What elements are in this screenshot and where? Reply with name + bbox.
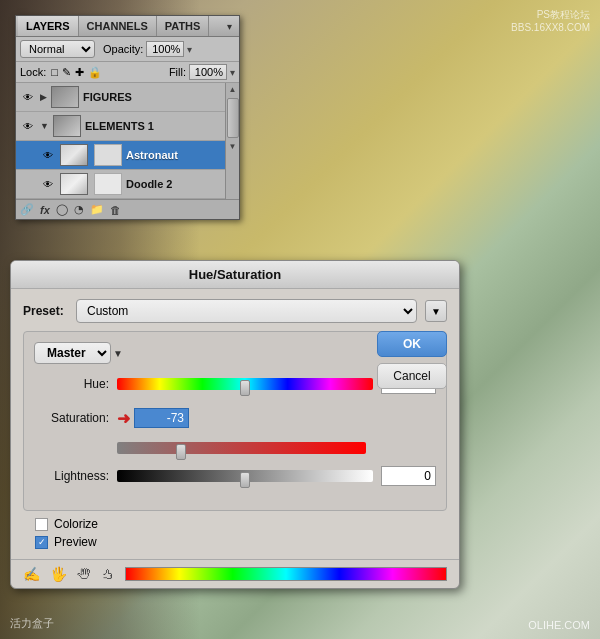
layer-row-doodle2[interactable]: 👁 Doodle 2 <box>16 170 239 199</box>
layer-name-doodle2: Doodle 2 <box>126 178 172 190</box>
saturation-value-input[interactable] <box>134 408 189 428</box>
mask-icon[interactable]: ◯ <box>56 203 68 216</box>
fill-arrow[interactable]: ▾ <box>230 67 235 78</box>
colorize-row: Colorize <box>35 517 447 531</box>
colorize-label: Colorize <box>54 517 98 531</box>
dialog-main-content: Preset: Custom ▼ Master ▼ Hue: <box>11 289 459 559</box>
dialog-body: Preset: Custom ▼ Master ▼ Hue: <box>11 289 459 559</box>
hue-slider-container[interactable] <box>117 378 373 390</box>
watermark-bottom-right: OLIHE.COM <box>528 619 590 631</box>
lock-transparent-icon[interactable]: □ <box>51 66 58 78</box>
hand-tool-icon[interactable]: ✍ <box>23 566 40 582</box>
lightness-slider-row: Lightness: <box>34 466 436 486</box>
eye-icon-figures[interactable]: 👁 <box>20 91 36 103</box>
saturation-track <box>117 442 366 454</box>
layer-name-elements1: ELEMENTS 1 <box>85 120 154 132</box>
preview-label: Preview <box>54 535 97 549</box>
scroll-up[interactable]: ▲ <box>226 83 239 96</box>
opacity-label: Opacity: <box>103 43 143 55</box>
layer-name-figures: FIGURES <box>83 91 132 103</box>
fill-section: Fill: ▾ <box>169 64 235 80</box>
opacity-arrow[interactable]: ▾ <box>187 44 192 55</box>
dialog-title: Hue/Saturation <box>11 261 459 289</box>
saturation-track-row <box>117 442 436 454</box>
saturation-input-group: ➜ <box>117 408 436 428</box>
eye-icon-doodle2[interactable]: 👁 <box>40 178 56 190</box>
saturation-arrow-icon: ➜ <box>117 409 130 428</box>
layer-thumb-elements1 <box>53 115 81 137</box>
layers-panel: LAYERS CHANNELS PATHS ▾ Normal Opacity: … <box>15 15 240 220</box>
folder-arrow-elements1[interactable]: ▼ <box>40 121 49 131</box>
fill-input[interactable] <box>189 64 227 80</box>
channel-arrow[interactable]: ▼ <box>113 348 123 359</box>
layer-mask-astronaut <box>94 144 122 166</box>
channel-select[interactable]: Master <box>34 342 111 364</box>
ok-button[interactable]: OK <box>377 331 447 357</box>
tab-channels[interactable]: CHANNELS <box>79 16 157 36</box>
hue-rainbow-bar <box>125 567 447 581</box>
layer-name-astronaut: Astronaut <box>126 149 178 161</box>
hue-saturation-dialog: Hue/Saturation Preset: Custom ▼ Master ▼ <box>10 260 460 589</box>
link-icon[interactable]: 🔗 <box>20 203 34 216</box>
lock-move-icon[interactable]: ✚ <box>75 66 84 79</box>
checkboxes-section: Colorize ✓ Preview <box>23 517 447 549</box>
lock-all-icon[interactable]: 🔒 <box>88 66 102 79</box>
eyedropper-plus-icon[interactable]: 🖑 <box>77 566 91 582</box>
lock-paint-icon[interactable]: ✎ <box>62 66 71 79</box>
dialog-footer: ✍ 🖐 🖑 🖒 <box>11 559 459 588</box>
layer-mask-doodle2 <box>94 173 122 195</box>
panel-footer: 🔗 fx ◯ ◔ 📁 🗑 <box>16 199 239 219</box>
blend-mode-select[interactable]: Normal <box>20 40 95 58</box>
dialog-buttons: OK Cancel <box>377 331 447 389</box>
preset-label: Preset: <box>23 304 68 318</box>
tab-paths[interactable]: PATHS <box>157 16 210 36</box>
colorize-checkbox[interactable] <box>35 518 48 531</box>
layer-row-elements1[interactable]: 👁 ▼ ELEMENTS 1 <box>16 112 239 141</box>
lock-row: Lock: □ ✎ ✚ 🔒 Fill: ▾ <box>16 62 239 83</box>
lightness-label: Lightness: <box>34 469 109 483</box>
preview-row: ✓ Preview <box>35 535 447 549</box>
lightness-thumb[interactable] <box>240 472 250 488</box>
panel-toolbar: Normal Opacity: ▾ <box>16 37 239 62</box>
panel-menu-button[interactable]: ▾ <box>222 19 237 34</box>
saturation-label: Saturation: <box>34 411 109 425</box>
panel-tabs: LAYERS CHANNELS PATHS ▾ <box>16 16 239 37</box>
lock-icons: □ ✎ ✚ 🔒 <box>51 66 102 79</box>
folder-arrow-figures[interactable]: ▶ <box>40 92 47 102</box>
eyedropper-minus-icon[interactable]: 🖒 <box>101 566 115 582</box>
cancel-button[interactable]: Cancel <box>377 363 447 389</box>
preset-row: Preset: Custom ▼ <box>23 299 447 323</box>
lightness-slider-container[interactable] <box>117 470 373 482</box>
watermark-bottom-left: 活力盒子 <box>10 616 54 631</box>
adjustment-icon[interactable]: ◔ <box>74 203 84 216</box>
preset-options-button[interactable]: ▼ <box>425 300 447 322</box>
layers-list: 👁 ▶ FIGURES ▲ ▼ 👁 ▼ ELEMENTS 1 👁 Astrona… <box>16 83 239 199</box>
master-row: Master ▼ <box>34 342 436 364</box>
hue-label: Hue: <box>34 377 109 391</box>
saturation-slider-row: Saturation: ➜ <box>34 408 436 428</box>
hue-thumb[interactable] <box>240 380 250 396</box>
scroll-down[interactable]: ▼ <box>226 140 239 153</box>
preset-select[interactable]: Custom <box>76 299 417 323</box>
layer-row-figures[interactable]: 👁 ▶ FIGURES ▲ ▼ <box>16 83 239 112</box>
eye-icon-astronaut[interactable]: 👁 <box>40 149 56 161</box>
layer-thumb-astronaut <box>60 144 88 166</box>
lock-label: Lock: <box>20 66 46 78</box>
watermark-top: PS教程论坛 BBS.16XX8.COM <box>511 8 590 33</box>
fill-label: Fill: <box>169 66 186 78</box>
eyedropper-icon[interactable]: 🖐 <box>50 566 67 582</box>
fx-icon[interactable]: fx <box>40 204 50 216</box>
opacity-input[interactable] <box>146 41 184 57</box>
scrollbar[interactable]: ▲ ▼ <box>225 83 239 199</box>
layer-thumb-figures <box>51 86 79 108</box>
lightness-value-input[interactable] <box>381 466 436 486</box>
hue-slider-row: Hue: <box>34 374 436 394</box>
tab-layers[interactable]: LAYERS <box>18 16 79 36</box>
preview-checkbox[interactable]: ✓ <box>35 536 48 549</box>
layer-row-astronaut[interactable]: 👁 Astronaut <box>16 141 239 170</box>
saturation-thumb[interactable] <box>176 444 186 460</box>
eye-icon-elements1[interactable]: 👁 <box>20 120 36 132</box>
folder-icon[interactable]: 📁 <box>90 203 104 216</box>
scroll-thumb[interactable] <box>227 98 239 138</box>
delete-icon[interactable]: 🗑 <box>110 204 121 216</box>
